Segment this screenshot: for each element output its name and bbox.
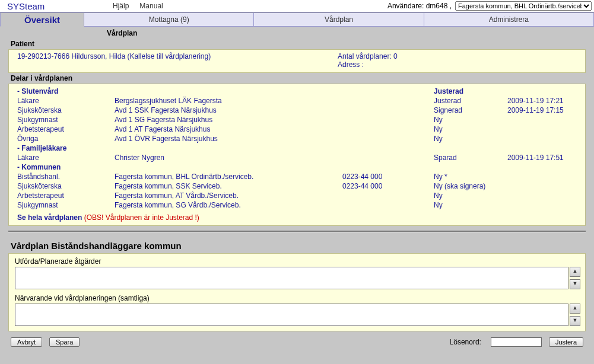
scroll-up-icon[interactable]: ▲ bbox=[570, 267, 580, 277]
plan-group-header: Kommunen bbox=[17, 162, 579, 172]
brand: SYSteam bbox=[2, 1, 113, 11]
plan-group-header: SlutenvårdJusterad bbox=[17, 87, 579, 96]
scroll-down-icon[interactable]: ▼ bbox=[570, 279, 580, 289]
plan-table: SlutenvårdJusteradLäkareBergslagssjukhus… bbox=[17, 87, 579, 210]
table-row[interactable]: SjukgymnastFagersta kommun, SG Vårdb./Se… bbox=[17, 200, 579, 210]
menu-manual[interactable]: Manual bbox=[139, 2, 163, 10]
patient-line: 19-290213-7666 Hildursson, Hilda (Kallel… bbox=[17, 52, 338, 69]
user-label: Användare: dm648 , bbox=[387, 2, 452, 10]
scroll-down-icon[interactable]: ▼ bbox=[570, 316, 580, 326]
plan-group-header: Familjeläkare bbox=[17, 143, 579, 153]
patient-section-label: Patient bbox=[0, 39, 594, 49]
table-row[interactable]: Biståndshanl.Fagersta kommun, BHL Ordinä… bbox=[17, 172, 579, 181]
table-row[interactable]: SjukgymnastAvd 1 SG Fagersta NärsjukhusN… bbox=[17, 115, 579, 124]
save-button[interactable]: Spara bbox=[49, 337, 80, 347]
form-title: Vårdplan Biståndshandläggare kommun bbox=[0, 232, 594, 253]
table-row[interactable]: SjuksköterskaAvd 1 SSK Fagersta Närsjukh… bbox=[17, 106, 579, 115]
field2-scroll: ▲ ▼ bbox=[570, 304, 579, 326]
top-bar: SYSteam Hjälp Manual Användare: dm648 , … bbox=[0, 0, 594, 12]
scroll-up-icon[interactable]: ▲ bbox=[570, 304, 580, 314]
password-label: Lösenord: bbox=[450, 338, 481, 346]
table-row[interactable]: SjuksköterskaFagersta kommun, SSK Servic… bbox=[17, 181, 579, 191]
cancel-button[interactable]: Avbryt bbox=[11, 337, 42, 347]
tab-received[interactable]: Mottagna (9) bbox=[84, 12, 254, 27]
field2-input[interactable] bbox=[15, 304, 568, 326]
see-all-link[interactable]: Se hela vårdplanen bbox=[17, 213, 82, 222]
sub-header: Vårdplan bbox=[0, 27, 594, 39]
field1-input[interactable] bbox=[15, 267, 568, 289]
patient-plan-count: Antal vårdplaner: 0 bbox=[338, 52, 398, 60]
adjust-button[interactable]: Justera bbox=[549, 337, 583, 347]
plan-parts-panel: SlutenvårdJusteradLäkareBergslagssjukhus… bbox=[8, 84, 586, 226]
button-row: Avbryt Spara Lösenord: Justera bbox=[0, 331, 594, 354]
table-row[interactable]: ÖvrigaAvd 1 ÖVR Fagersta NärsjukhusNy bbox=[17, 134, 579, 143]
table-row[interactable]: LäkareChrister NygrenSparad2009-11-19 17… bbox=[17, 153, 579, 162]
main-tabs: Översikt Mottagna (9) Vårdplan Administr… bbox=[0, 12, 594, 27]
top-menus: Hjälp Manual bbox=[113, 2, 163, 10]
field1-label: Utförda/Planerade åtgärder bbox=[15, 257, 579, 266]
patient-panel: 19-290213-7666 Hildursson, Hilda (Kallel… bbox=[8, 49, 586, 73]
see-all-row: Se hela vårdplanen (OBS! Vårdplanen är i… bbox=[17, 210, 579, 222]
password-input[interactable] bbox=[491, 337, 542, 347]
tab-admin[interactable]: Administrera bbox=[424, 12, 594, 27]
field1-scroll: ▲ ▼ bbox=[570, 267, 579, 289]
see-all-warning: (OBS! Vårdplanen är inte Justerad !) bbox=[84, 213, 199, 222]
menu-help[interactable]: Hjälp bbox=[113, 2, 129, 10]
parts-section-label: Delar i vårdplanen bbox=[0, 73, 594, 84]
table-row[interactable]: ArbetsterapeutFagersta kommun, AT Vårdb.… bbox=[17, 191, 579, 200]
org-select[interactable]: Fagersta kommun, BHL Ordinärtb./serviceb… bbox=[455, 1, 592, 11]
table-row[interactable]: ArbetsterapeutAvd 1 AT Fagersta Närsjukh… bbox=[17, 124, 579, 134]
tab-overview[interactable]: Översikt bbox=[0, 12, 84, 27]
patient-address: Adress : bbox=[338, 60, 398, 69]
tab-careplan[interactable]: Vårdplan bbox=[254, 12, 424, 27]
table-row[interactable]: LäkareBergslagssjukhuset LÄK FagerstaJus… bbox=[17, 96, 579, 106]
form-panel: Utförda/Planerade åtgärder ▲ ▼ Närvarand… bbox=[8, 253, 586, 331]
field2-label: Närvarande vid vårdplaneringen (samtliga… bbox=[15, 294, 579, 302]
